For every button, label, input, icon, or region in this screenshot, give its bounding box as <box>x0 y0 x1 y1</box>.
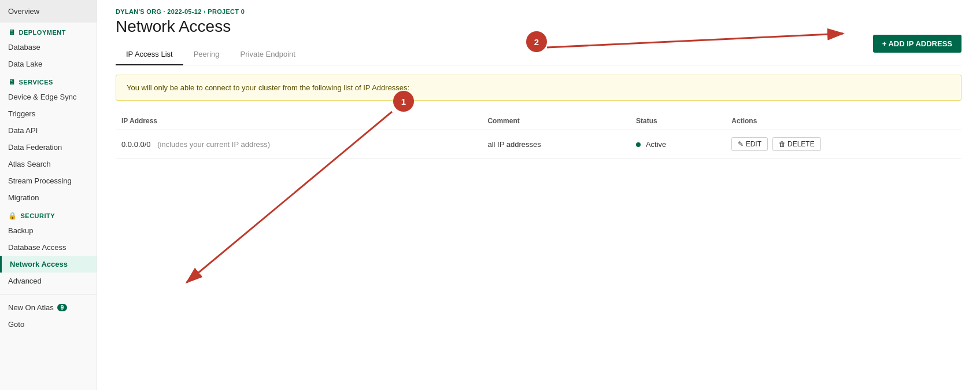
sidebar-item-database[interactable]: Database <box>0 39 97 56</box>
sidebar-item-new-on-atlas[interactable]: New On Atlas 9 <box>0 299 97 316</box>
sidebar-item-database-access[interactable]: Database Access <box>0 239 97 256</box>
sidebar-item-device-edge-sync[interactable]: Device & Edge Sync <box>0 89 97 105</box>
sidebar-section-services: 🖥 SERVICES <box>0 72 97 89</box>
column-header-actions: Actions <box>726 112 961 130</box>
sidebar-item-overview[interactable]: Overview <box>0 0 97 23</box>
sidebar-item-network-access[interactable]: Network Access <box>0 256 97 273</box>
table-row: 0.0.0.0/0 (includes your current IP addr… <box>116 130 961 159</box>
tab-peering[interactable]: Peering <box>183 45 230 65</box>
edit-button[interactable]: ✎ EDIT <box>731 137 768 151</box>
ip-access-table: IP Address Comment Status Actions 0.0.0.… <box>116 112 961 159</box>
warning-banner: You will only be able to connect to your… <box>116 75 961 101</box>
column-header-status: Status <box>630 112 726 130</box>
sidebar-item-data-lake[interactable]: Data Lake <box>0 56 97 72</box>
sidebar-divider <box>0 294 97 295</box>
delete-button[interactable]: 🗑 DELETE <box>772 137 821 151</box>
tab-ip-access-list[interactable]: IP Access List <box>116 45 183 65</box>
sidebar-section-deployment: 🖥 DEPLOYMENT <box>0 23 97 39</box>
cell-comment: all IP addresses <box>482 130 630 159</box>
sidebar-item-atlas-search[interactable]: Atlas Search <box>0 156 97 172</box>
deployment-icon: 🖥 <box>8 28 16 36</box>
cell-actions: ✎ EDIT 🗑 DELETE <box>726 130 961 159</box>
sidebar-section-security: 🔒 SECURITY <box>0 206 97 222</box>
add-ip-address-button[interactable]: + ADD IP ADDRESS <box>873 35 961 53</box>
sidebar: Overview 🖥 DEPLOYMENT Database Data Lake… <box>0 0 97 390</box>
sidebar-item-stream-processing[interactable]: Stream Processing <box>0 172 97 189</box>
cell-ip-address: 0.0.0.0/0 (includes your current IP addr… <box>116 130 482 159</box>
main-content: DYLAN'S ORG · 2022-05-12 › PROJECT 0 Net… <box>97 0 980 390</box>
new-on-atlas-badge: 9 <box>57 304 68 311</box>
sidebar-item-triggers[interactable]: Triggers <box>0 105 97 122</box>
sidebar-item-advanced[interactable]: Advanced <box>0 273 97 289</box>
security-icon: 🔒 <box>8 212 17 220</box>
services-icon: 🖥 <box>8 78 16 86</box>
status-dot <box>636 142 641 147</box>
sidebar-item-backup[interactable]: Backup <box>0 222 97 239</box>
page-title: Network Access <box>116 17 961 36</box>
sidebar-item-migration[interactable]: Migration <box>0 189 97 206</box>
sidebar-item-goto[interactable]: Goto <box>0 316 97 333</box>
cell-status: Active <box>630 130 726 159</box>
breadcrumb: DYLAN'S ORG · 2022-05-12 › PROJECT 0 <box>116 0 961 17</box>
column-header-ip-address: IP Address <box>116 112 482 130</box>
sidebar-item-data-federation[interactable]: Data Federation <box>0 139 97 156</box>
column-header-comment: Comment <box>482 112 630 130</box>
tabs: IP Access List Peering Private Endpoint <box>116 45 961 65</box>
tab-private-endpoint[interactable]: Private Endpoint <box>230 45 306 65</box>
sidebar-item-data-api[interactable]: Data API <box>0 122 97 139</box>
